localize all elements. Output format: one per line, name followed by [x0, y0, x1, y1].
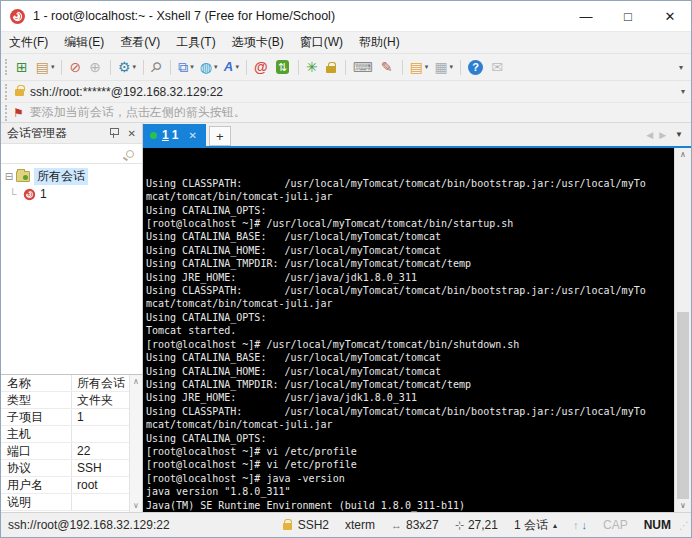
panel-close-icon[interactable]: ✕: [126, 128, 138, 139]
open-session-button[interactable]: ▤▾: [33, 58, 58, 76]
toolbar-overflow-button[interactable]: ▾: [675, 63, 687, 72]
minimize-button[interactable]: —: [565, 1, 607, 31]
tree-item-all-sessions[interactable]: ⊟ 所有会话: [1, 167, 142, 185]
terminal-column: 1 1 ✕ + ◀ ▶ ▼ Using CLASSPATH: /usr/loca…: [143, 123, 691, 512]
toolbar: ⊞ ▤▾ ⊘ ⊕ ⚙▾ ⚲ ⧉▾ ◍▾: [1, 53, 691, 80]
session-tree: ⊟ 所有会话 └ 1: [1, 164, 142, 374]
scroll-up-icon[interactable]: ∧: [680, 150, 686, 159]
toolbar-grip[interactable]: [5, 59, 10, 75]
property-value: 1: [71, 409, 129, 425]
close-button[interactable]: ✕: [649, 1, 691, 31]
menu-window[interactable]: 窗口(W): [292, 32, 351, 53]
menu-tools[interactable]: 工具(T): [168, 32, 223, 53]
terminal-line: Using CATALINA_BASE: /usr/local/myTomcat…: [146, 230, 674, 243]
position-icon: ⊹: [455, 519, 464, 532]
session-manager-panel: 会话管理器 ✕ ⊟ 所有会话 └ 1: [1, 123, 143, 512]
status-cursor-pos: ⊹ 27,21: [455, 518, 498, 532]
terminal-line: Using CLASSPATH: /usr/local/myTomcat/tom…: [146, 177, 674, 190]
xftp-launcher-button[interactable]: ⇅: [273, 59, 294, 75]
tab-session-1[interactable]: 1 1 ✕: [143, 124, 206, 146]
xshell-window: 1 - root@localhost:~ - Xshell 7 (Free fo…: [0, 0, 692, 538]
menu-tab[interactable]: 选项卡(B): [224, 32, 292, 53]
find-button[interactable]: ⚲: [148, 58, 166, 76]
maximize-button[interactable]: □: [607, 1, 649, 31]
tree-item-label: 所有会话: [34, 168, 88, 185]
highlight-pen-button[interactable]: ✎: [378, 58, 398, 76]
virtual-keyboard-button[interactable]: ⌨: [350, 58, 378, 76]
property-row: 类型 文件夹: [1, 392, 129, 409]
address-input[interactable]: ssh://root:******@192.168.32.129:22: [30, 85, 675, 99]
property-row: 协议 SSH: [1, 460, 129, 477]
address-dropdown-button[interactable]: ▾: [675, 87, 691, 96]
menu-file[interactable]: 文件(F): [1, 32, 56, 53]
help-button[interactable]: ?: [465, 59, 488, 76]
property-value: 22: [71, 443, 129, 459]
reconnect-button[interactable]: ⊕: [86, 58, 106, 76]
title-bar: 1 - root@localhost:~ - Xshell 7 (Free fo…: [1, 1, 691, 31]
session-search-input[interactable]: [1, 144, 142, 164]
compose-button[interactable]: ⧉▾: [175, 58, 197, 76]
feedback-button[interactable]: ✉: [488, 58, 508, 76]
tab-list-menu-icon[interactable]: ▼: [669, 130, 691, 139]
session-manager-header: 会话管理器 ✕: [1, 123, 142, 144]
tab-index: 1: [162, 128, 169, 142]
expander-icon[interactable]: ⊟: [3, 171, 15, 182]
properties-scrollbar[interactable]: ∧ ∨: [129, 375, 142, 512]
property-label: 端口: [1, 443, 71, 460]
terminal-line: [root@localhost ~]# vi /etc/profile: [146, 458, 674, 471]
menu-bar: 文件(F) 编辑(E) 查看(V) 工具(T) 选项卡(B) 窗口(W) 帮助(…: [1, 31, 691, 53]
new-folder-button[interactable]: ▤▾: [407, 58, 432, 76]
terminal-line: [root@localhost ~]# /usr/local/myTomcat/…: [146, 217, 674, 230]
tab-scroll-right-icon[interactable]: ▶: [656, 130, 669, 140]
terminal-output[interactable]: Using CLASSPATH: /usr/local/myTomcat/tom…: [143, 148, 674, 512]
terminal-scrollbar[interactable]: ∧ ∨: [674, 148, 691, 512]
scroll-up-icon[interactable]: ∧: [133, 377, 139, 386]
terminal-line: Using CLASSPATH: /usr/local/myTomcat/tom…: [146, 405, 674, 418]
resize-icon: ↔: [391, 519, 402, 531]
tree-item-session-1[interactable]: └ 1: [1, 185, 142, 203]
property-label: 名称: [1, 375, 71, 392]
disconnect-button[interactable]: ⊘: [66, 58, 86, 76]
terminal-line: Tomcat started.: [146, 324, 674, 337]
new-terminal-button[interactable]: ⊞: [13, 58, 33, 76]
lock-screen-button[interactable]: [323, 61, 341, 74]
property-label: 协议: [1, 460, 71, 477]
menu-help[interactable]: 帮助(H): [351, 32, 408, 53]
tab-close-icon[interactable]: ✕: [188, 130, 196, 141]
info-bar-grip[interactable]: [5, 105, 10, 121]
property-row: 子项目 1: [1, 409, 129, 426]
terminal-line: [root@localhost ~]# vi /etc/profile: [146, 445, 674, 458]
menu-edit[interactable]: 编辑(E): [56, 32, 112, 53]
session-properties-button[interactable]: ⚙▾: [115, 58, 139, 76]
terminal-line: [root@localhost ~]# java -version: [146, 472, 674, 485]
status-transfer-arrows: ↑ ↓: [573, 519, 587, 531]
pin-icon[interactable]: [110, 128, 118, 138]
layout-button[interactable]: ▦▾: [431, 58, 456, 76]
tab-scroll-left-icon[interactable]: ◀: [643, 130, 656, 140]
address-bar-grip[interactable]: [5, 84, 10, 100]
terminal-line: mcat/tomcat/bin/tomcat-juli.jar: [146, 297, 674, 310]
font-button[interactable]: A▾: [221, 58, 243, 76]
menu-view[interactable]: 查看(V): [112, 32, 168, 53]
resize-grip-icon[interactable]: ⋰: [679, 520, 689, 531]
status-size: ↔ 83x27: [391, 518, 439, 532]
property-value: 文件夹: [71, 392, 129, 408]
property-label: 主机: [1, 426, 71, 443]
property-row: 说明: [1, 494, 129, 511]
open-url-button[interactable]: ◍▾: [197, 58, 221, 76]
session-count-up-icon[interactable]: ▴: [553, 521, 557, 530]
branch-icon: └: [9, 188, 23, 200]
xshell-launcher-button[interactable]: @: [251, 58, 273, 76]
property-value: root: [71, 477, 129, 493]
tab-bar: 1 1 ✕ + ◀ ▶ ▼: [143, 123, 691, 146]
scroll-down-icon[interactable]: ∨: [133, 501, 139, 510]
terminal-line: Using CATALINA_OPTS:: [146, 311, 674, 324]
new-tab-button[interactable]: +: [209, 126, 231, 146]
fullscreen-button[interactable]: ✳: [303, 58, 323, 76]
scroll-down-icon[interactable]: ∨: [680, 501, 686, 510]
terminal-line: Using CATALINA_OPTS:: [146, 432, 674, 445]
status-session-count[interactable]: 1 会话 ▴: [514, 517, 557, 534]
status-term-type[interactable]: xterm: [345, 518, 375, 532]
scrollbar-thumb[interactable]: [677, 312, 689, 499]
status-caps-lock: CAP: [603, 518, 628, 532]
